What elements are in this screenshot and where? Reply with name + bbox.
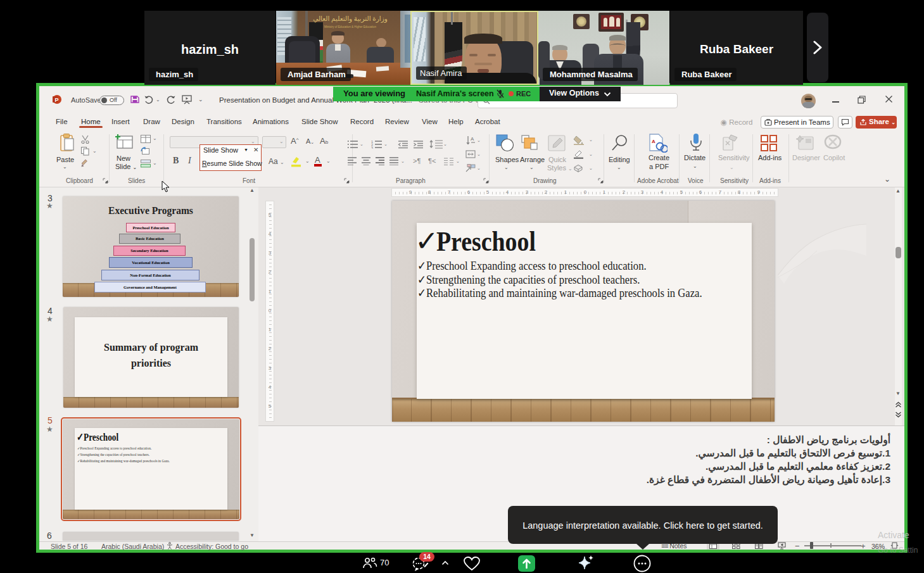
svg-text:A: A [471,136,474,142]
svg-text:P: P [55,97,59,103]
svg-text:A: A [652,139,655,144]
svg-text:3: 3 [371,146,373,149]
